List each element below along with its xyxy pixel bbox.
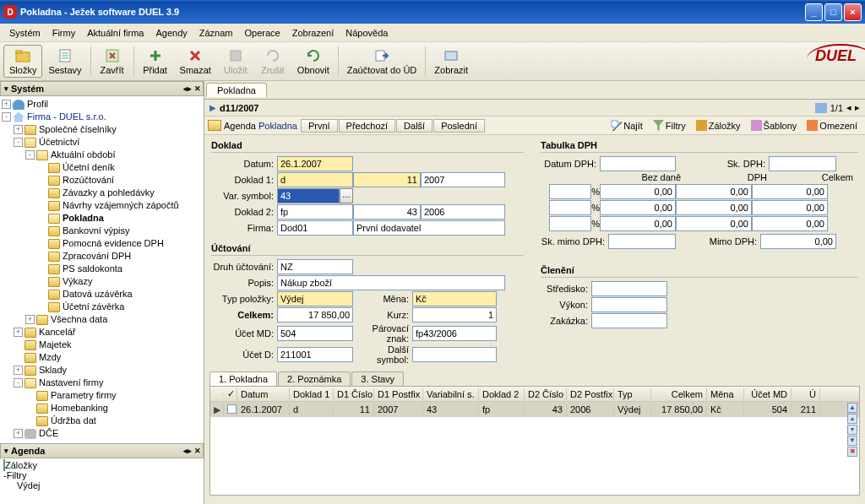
datum-input[interactable] [277, 156, 353, 171]
system-panel-header[interactable]: ▾Systém◂▸ ✕ [0, 81, 204, 96]
titlebar: D Pokladna - Ježek software DUEL 3.9 _ □… [0, 0, 865, 24]
nav-last[interactable]: Poslední [433, 119, 485, 133]
ucet-d[interactable] [277, 347, 353, 362]
r3-bez[interactable] [600, 216, 676, 231]
folder-icon [48, 226, 60, 236]
dalsi-symbol[interactable] [412, 347, 497, 362]
doklad2-c[interactable] [421, 204, 505, 219]
nav-next[interactable]: Další [396, 119, 432, 133]
tb-smazat[interactable]: Smazat [174, 45, 217, 78]
system-tree[interactable]: +Profil -Firma - DUEL s.r.o. +Společné č… [0, 96, 204, 443]
firma-name[interactable] [353, 220, 505, 236]
pct1[interactable] [549, 184, 591, 199]
gtab-1[interactable]: 1. Pokladna [209, 371, 277, 386]
folder-icon [48, 264, 60, 274]
nav-first[interactable]: První [301, 119, 338, 133]
folder-icon [48, 239, 60, 249]
druh-input[interactable] [277, 259, 353, 274]
par-znak[interactable] [412, 326, 497, 341]
menu-firmy[interactable]: Firmy [46, 26, 82, 40]
r1-bez[interactable] [600, 184, 676, 199]
tb-pridat[interactable]: Přidat [137, 45, 174, 78]
limit-icon [807, 120, 818, 131]
row-checkbox[interactable] [227, 404, 237, 414]
agenda-panel-header[interactable]: ▾Agenda◂▸ ✕ [0, 443, 204, 458]
folder-icon [48, 163, 60, 173]
menu-zaznam[interactable]: Záznam [193, 26, 239, 40]
ucet-md[interactable] [277, 326, 353, 341]
grid-down[interactable]: ▾ [847, 425, 857, 435]
datum-dph[interactable] [600, 156, 676, 171]
r3-dph[interactable] [676, 216, 752, 231]
menu-operace[interactable]: Operace [239, 26, 286, 40]
menu-zobrazeni[interactable]: Zobrazení [286, 26, 340, 40]
menu-aktualni-firma[interactable]: Aktuální firma [81, 26, 150, 40]
kurz-input[interactable] [412, 307, 497, 322]
mimo-dph[interactable] [760, 234, 836, 249]
grid-cancel[interactable]: ✖ [847, 447, 857, 457]
pager-icon[interactable] [815, 103, 827, 113]
left-panels: ▾Systém◂▸ ✕ +Profil -Firma - DUEL s.r.o.… [0, 81, 204, 504]
r1-cel[interactable] [752, 184, 828, 199]
tool-filter[interactable]: Filtry [649, 118, 690, 133]
doklad2-a[interactable] [277, 204, 353, 219]
doc-tab-pokladna[interactable]: Pokladna [206, 83, 267, 97]
celkem-input[interactable] [277, 307, 353, 322]
doklad2-b[interactable] [353, 204, 421, 219]
subnav-pokladna-link[interactable]: Pokladna [258, 121, 297, 131]
menu-system[interactable]: Systém [3, 26, 46, 40]
mena-input[interactable] [412, 291, 497, 306]
menu-agendy[interactable]: Agendy [150, 26, 193, 40]
sk-dph[interactable] [769, 156, 836, 171]
folder-icon [48, 252, 60, 262]
tb-zobrazit[interactable]: Zobrazit [428, 45, 474, 78]
r2-cel[interactable] [752, 200, 828, 215]
tree-pokladna[interactable]: Pokladna [63, 212, 104, 225]
stredisko[interactable] [591, 281, 667, 296]
close-button[interactable]: × [844, 3, 862, 21]
firma-code[interactable] [277, 220, 353, 236]
gtab-2[interactable]: 2. Poznámka [278, 371, 351, 386]
pager-next[interactable]: ▸ [855, 102, 860, 113]
tb-zauctovat[interactable]: Zaúčtovat do ÚD [341, 45, 423, 78]
popis-input[interactable] [277, 275, 505, 290]
minimize-button[interactable]: _ [805, 3, 823, 21]
r3-cel[interactable] [752, 216, 828, 231]
pct2[interactable] [549, 200, 591, 215]
grid-top[interactable]: ▲ [847, 403, 857, 413]
folder-icon [24, 138, 36, 148]
gtab-3[interactable]: 3. Stavy [351, 371, 404, 386]
tb-zavrit[interactable]: Zavřít [94, 45, 131, 78]
tb-obnovit[interactable]: Obnovit [291, 45, 335, 78]
pager-prev[interactable]: ◂ [846, 102, 851, 113]
zakazka[interactable] [591, 313, 667, 328]
r1-dph[interactable] [676, 184, 752, 199]
tool-limit[interactable]: Omezení [802, 118, 862, 133]
doklad1-a[interactable] [277, 172, 353, 187]
doklad1-b[interactable] [353, 172, 421, 187]
tool-templates[interactable]: Šablony [747, 118, 802, 133]
table-row[interactable]: ▶ 26.1.2007 d 11 2007 43 fp 43 2006 Výde… [210, 402, 859, 417]
tb-slozky[interactable]: Složky [3, 45, 42, 78]
sk-mimo-dph[interactable] [608, 234, 676, 249]
tb-sestavy[interactable]: Sestavy [42, 45, 87, 78]
agenda-tree[interactable]: Záložky -Filtry Výdej [0, 458, 204, 504]
nav-prev[interactable]: Předchozí [339, 119, 396, 133]
tool-find[interactable]: Najít [607, 118, 647, 133]
varsymbol-input[interactable] [277, 188, 340, 203]
varsymbol-lookup[interactable]: … [340, 188, 353, 203]
grid-bottom[interactable]: ▼ [847, 436, 857, 446]
data-grid[interactable]: ✓ Datum Doklad 1 D1 Číslo D1 Postfix Var… [209, 386, 860, 496]
record-id: d11/2007 [220, 103, 258, 113]
doklad1-c[interactable] [421, 172, 505, 187]
r2-bez[interactable] [600, 200, 676, 215]
pct3[interactable] [549, 216, 591, 231]
maximize-button[interactable]: □ [824, 3, 842, 21]
vykon[interactable] [591, 297, 667, 312]
tool-bookmark[interactable]: Záložky [692, 118, 745, 133]
menu-napoveda[interactable]: Nápověda [340, 26, 394, 40]
r2-dph[interactable] [676, 200, 752, 215]
typ-input[interactable] [277, 291, 353, 306]
grid-up[interactable]: ▴ [847, 414, 857, 424]
tree-firma[interactable]: Firma - DUEL s.r.o. [27, 111, 106, 123]
